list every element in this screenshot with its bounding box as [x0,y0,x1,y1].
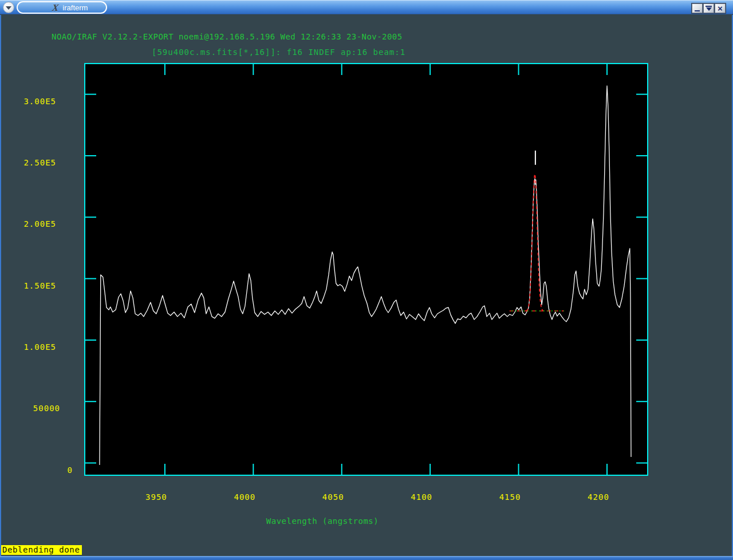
maximize-icon [706,6,712,11]
spectrum-plot[interactable] [1,15,732,556]
y-tick-label: 2.00E5 [23,219,56,228]
y-tick-label: 2.50E5 [23,158,56,167]
window-border-bottom [0,556,733,560]
irafterm-window: X irafterm × NOAO/IRAF V2.12.2-EXPORT no… [0,0,733,560]
minimize-button[interactable] [692,3,703,13]
y-tick-label: 50000 [33,404,60,413]
minimize-icon [695,10,700,11]
x-tick-label: 4150 [492,492,529,502]
window-title: irafterm [62,4,88,11]
window-titlebar[interactable]: X irafterm × [0,0,733,14]
status-message: Deblending done [1,545,82,555]
y-tick-label: 3.00E5 [23,97,56,106]
x-tick-label: 3950 [138,492,175,502]
plot-frame [85,64,648,475]
down-triangle-icon [6,6,11,10]
y-tick-label: 0 [68,466,73,475]
x-tick-label: 4050 [315,492,352,502]
x11-logo-icon: X [52,3,59,13]
y-tick-label: 1.50E5 [23,281,56,290]
iraf-graphics-area[interactable]: NOAO/IRAF V2.12.2-EXPORT noemi@192.168.5… [1,15,732,556]
iraf-session-header: NOAO/IRAF V2.12.2-EXPORT noemi@192.168.5… [52,32,403,41]
window-title-pill: X irafterm [17,1,107,14]
y-tick-label: 1.00E5 [23,342,56,352]
close-button[interactable]: × [715,3,726,13]
spectrum-image-header: [59u400c.ms.fits[*,16]]: f16 INDEF ap:16… [152,48,405,57]
x-axis-title: Wavelength (angstroms) [266,516,379,526]
maximize-button[interactable] [703,3,714,13]
window-menu-button[interactable] [3,2,14,13]
x-tick-label: 4200 [580,492,617,502]
close-icon: × [718,4,723,13]
x-tick-label: 4100 [403,492,440,502]
x-tick-label: 4000 [226,492,263,502]
